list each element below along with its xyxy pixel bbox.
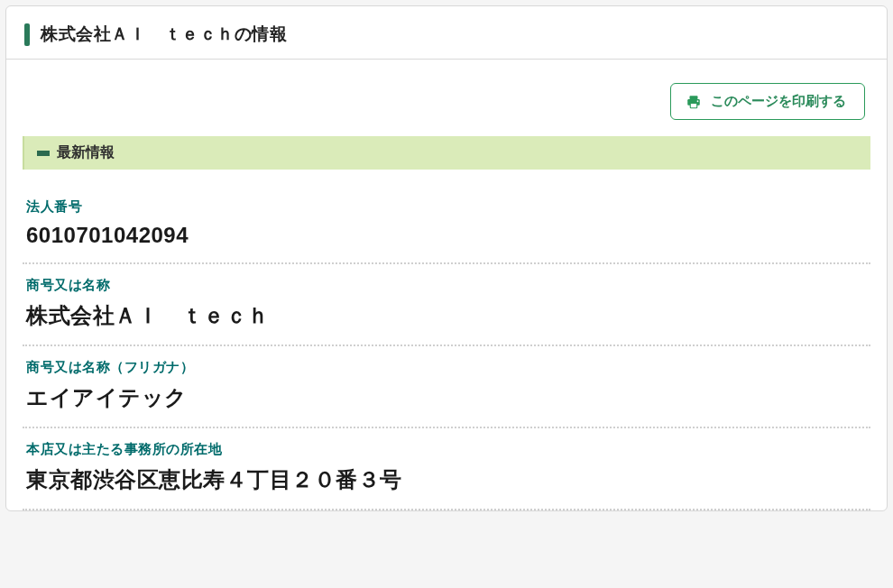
company-info-card: 株式会社ＡＩ ｔｅｃｈの情報 このページを印刷する 最新情報 法	[5, 5, 888, 511]
field-label: 商号又は名称（フリガナ）	[26, 359, 867, 376]
card-header: 株式会社ＡＩ ｔｅｃｈの情報	[6, 6, 887, 60]
field-value: 東京都渋谷区恵比寿４丁目２０番３号	[26, 465, 867, 494]
print-button-label: このページを印刷する	[711, 93, 846, 110]
field-address: 本店又は主たる事務所の所在地 東京都渋谷区恵比寿４丁目２０番３号	[23, 427, 870, 509]
field-company-name: 商号又は名称 株式会社ＡＩ ｔｅｃｈ	[23, 262, 870, 345]
card-body: このページを印刷する 最新情報 法人番号 6010701042094 商号又は名…	[6, 60, 887, 510]
field-value: 株式会社ＡＩ ｔｅｃｈ	[26, 301, 867, 330]
field-label: 本店又は主たる事務所の所在地	[26, 441, 867, 458]
print-row: このページを印刷する	[23, 74, 870, 136]
divider	[23, 509, 870, 510]
section-title: 最新情報	[57, 143, 115, 162]
print-button[interactable]: このページを印刷する	[670, 83, 865, 120]
page-title: 株式会社ＡＩ ｔｅｃｈの情報	[41, 23, 287, 46]
field-label: 商号又は名称	[26, 277, 867, 294]
field-value: エイアイテック	[26, 383, 867, 412]
field-corporate-number: 法人番号 6010701042094	[23, 186, 870, 262]
field-company-name-kana: 商号又は名称（フリガナ） エイアイテック	[23, 345, 870, 427]
field-value: 6010701042094	[26, 223, 867, 248]
svg-rect-2	[690, 103, 697, 107]
field-label: 法人番号	[26, 198, 867, 216]
printer-icon	[686, 94, 702, 110]
svg-point-3	[697, 100, 699, 102]
section-marker-icon	[37, 151, 50, 156]
svg-rect-0	[690, 96, 698, 99]
section-bar-latest: 最新情報	[23, 136, 870, 170]
